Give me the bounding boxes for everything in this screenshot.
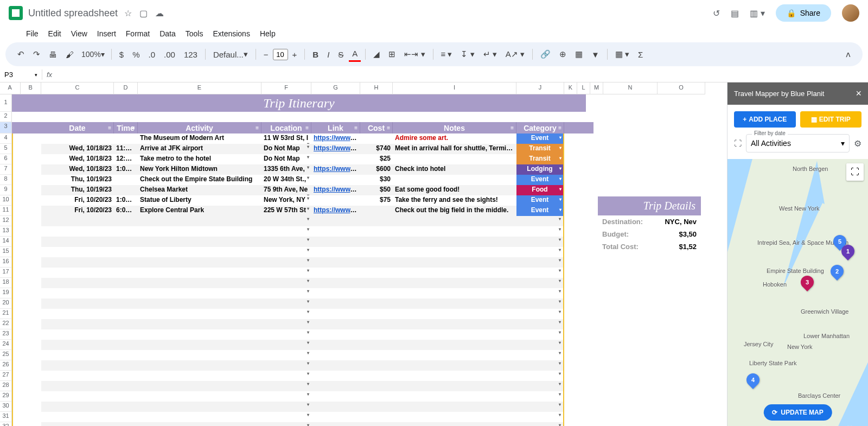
cell[interactable] <box>41 133 114 144</box>
cell[interactable]: Take the ferry and see the sights! <box>393 195 516 206</box>
header-date[interactable]: Date≡ <box>41 122 114 133</box>
cell[interactable] <box>114 185 138 195</box>
cell[interactable]: $75 <box>360 195 393 206</box>
header-activity[interactable]: Activity≡ <box>138 122 261 133</box>
cell[interactable]: Thu, 10/19/23 <box>41 185 114 195</box>
cell[interactable]: Thu, 10/19/23 <box>41 175 114 185</box>
increase-decimal-icon[interactable]: .00 <box>161 48 178 61</box>
cell[interactable]: New York, NY▾ <box>261 195 311 206</box>
cell[interactable]: Do Not Map▾ <box>261 144 311 154</box>
cell[interactable]: $50 <box>360 185 393 195</box>
cell[interactable]: Explore Central Park <box>138 206 261 216</box>
filter-dropdown-icon[interactable]: ≡ <box>387 125 390 131</box>
category-dropdown-icon[interactable]: ▾ <box>559 135 561 140</box>
category-cell[interactable]: Food▾ <box>516 185 564 195</box>
cell[interactable]: Wed, 10/18/23 <box>41 144 114 154</box>
cell[interactable]: 1:00 AM <box>114 164 138 175</box>
filter-dropdown-icon[interactable]: ≡ <box>510 125 514 131</box>
category-cell[interactable]: Transit▾ <box>516 154 564 164</box>
category-dropdown-icon[interactable]: ▾ <box>559 145 561 150</box>
row-header-32[interactable]: 32 <box>0 422 12 426</box>
header-location[interactable]: Location≡ <box>261 122 311 133</box>
row-header-14[interactable]: 14 <box>0 237 12 247</box>
menu-edit[interactable]: Edit <box>44 27 66 40</box>
comment-icon[interactable]: ⊕ <box>556 47 570 61</box>
name-box[interactable]: P3▾ <box>0 69 42 80</box>
cell[interactable]: Fri, 10/20/23 <box>41 206 114 216</box>
header-cost[interactable]: Cost≡ <box>360 122 393 133</box>
dropdown-icon[interactable]: ▾ <box>559 392 561 397</box>
dropdown-icon[interactable]: ▾ <box>559 330 561 335</box>
row-header-26[interactable]: 26 <box>0 360 12 371</box>
cell[interactable]: https://www.centralpark.com/ <box>311 206 360 216</box>
row-header-1[interactable]: 1 <box>0 94 12 112</box>
menu-data[interactable]: Data <box>155 27 180 40</box>
cell[interactable]: Admire some art. <box>393 133 516 144</box>
menu-extensions[interactable]: Extensions <box>208 27 254 40</box>
cell[interactable]: $740 <box>360 144 393 154</box>
col-header-D[interactable]: D <box>114 82 138 94</box>
paint-format-icon[interactable]: 🖌 <box>62 48 77 61</box>
row-header-15[interactable]: 15 <box>0 247 12 257</box>
col-header-J[interactable]: J <box>516 82 564 94</box>
col-header-B[interactable]: B <box>21 82 41 94</box>
cell[interactable]: 75 9th Ave, Ne▾ <box>261 185 311 195</box>
cell[interactable] <box>360 133 393 144</box>
row-header-28[interactable]: 28 <box>0 381 12 391</box>
merge-icon[interactable]: ⇤⇥ ▾ <box>401 47 428 61</box>
undo-icon[interactable]: ↶ <box>14 47 28 61</box>
col-header-H[interactable]: H <box>360 82 393 94</box>
col-header-M[interactable]: M <box>590 82 603 94</box>
wrap-icon[interactable]: ↵ ▾ <box>480 47 500 61</box>
cell[interactable] <box>311 154 360 164</box>
col-header-K[interactable]: K <box>564 82 577 94</box>
halign-icon[interactable]: ≡ ▾ <box>438 47 456 61</box>
chart-icon[interactable]: ▦ <box>572 47 586 61</box>
cell[interactable] <box>114 133 138 144</box>
row-header-19[interactable]: 19 <box>0 288 12 298</box>
col-header-O[interactable]: O <box>658 82 705 94</box>
category-dropdown-icon[interactable]: ▾ <box>559 156 561 161</box>
filter-dropdown-icon[interactable]: ≡ <box>256 125 259 131</box>
dropdown-icon[interactable]: ▾ <box>559 289 561 294</box>
cell[interactable]: https://www.moma.org/ <box>311 133 360 144</box>
cell[interactable]: https://www.jfkai <box>311 144 360 154</box>
avatar[interactable] <box>842 4 859 22</box>
menu-view[interactable]: View <box>67 27 92 40</box>
menu-file[interactable]: File <box>22 27 43 40</box>
menu-format[interactable]: Format <box>122 27 154 40</box>
dropdown-icon[interactable]: ▾ <box>559 258 561 263</box>
decrease-font-icon[interactable]: − <box>260 48 272 61</box>
expand-icon[interactable]: ⛶ <box>734 139 742 148</box>
redo-icon[interactable]: ↷ <box>30 47 43 61</box>
settings-icon[interactable]: ⚙ <box>854 138 861 149</box>
row-header-22[interactable]: 22 <box>0 319 12 329</box>
filter-dropdown-icon[interactable]: ≡ <box>305 125 309 131</box>
cell[interactable]: Eat some good food! <box>393 185 516 195</box>
filter-dropdown-icon[interactable]: ≡ <box>558 125 561 131</box>
row-header-23[interactable]: 23 <box>0 329 12 340</box>
dropdown-icon[interactable]: ▾ <box>559 423 561 426</box>
cell[interactable]: https://www.hilto <box>311 164 360 175</box>
row-header-6[interactable]: 6 <box>0 154 12 164</box>
dropdown-icon[interactable]: ▾ <box>559 340 561 345</box>
header-category[interactable]: Category≡ <box>516 122 564 133</box>
collapse-toolbar-icon[interactable]: ʌ <box>843 47 854 61</box>
col-header-I[interactable]: I <box>393 82 516 94</box>
cell[interactable]: Check into hotel <box>393 164 516 175</box>
cell[interactable]: Fri, 10/20/23 <box>41 195 114 206</box>
category-cell[interactable]: Event▾ <box>516 195 564 206</box>
fullscreen-icon[interactable]: ⛶ <box>846 163 864 181</box>
dropdown-icon[interactable]: ▾ <box>559 351 561 355</box>
dropdown-icon[interactable]: ▾ <box>559 268 561 273</box>
share-button[interactable]: 🔒 Share <box>776 4 831 22</box>
cell[interactable]: $600 <box>360 164 393 175</box>
functions-icon[interactable]: Σ <box>635 48 646 61</box>
add-place-button[interactable]: + ADD PLACE <box>734 111 796 128</box>
increase-font-icon[interactable]: + <box>289 48 301 61</box>
header-link[interactable]: Link≡ <box>311 122 360 133</box>
menu-tools[interactable]: Tools <box>181 27 208 40</box>
row-header-27[interactable]: 27 <box>0 371 12 381</box>
dropdown-icon[interactable]: ▾ <box>559 320 561 325</box>
row-header-5[interactable]: 5 <box>0 144 12 154</box>
